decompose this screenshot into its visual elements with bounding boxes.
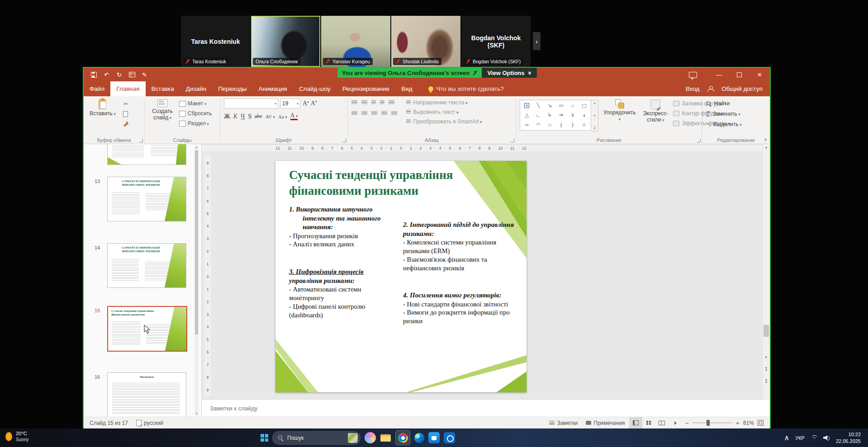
file-explorer-icon[interactable]: [380, 432, 391, 443]
shapes-gallery[interactable]: A╲↘▭○▢△∟↳⇒⇓◖∾◠∩{}☆: [520, 100, 591, 131]
participant-tile[interactable]: Taras Kosteniuk Taras Kosteniuk: [181, 16, 250, 67]
save-button[interactable]: [88, 70, 100, 80]
fit-slide-button[interactable]: [754, 417, 767, 428]
minimize-button[interactable]: —: [709, 68, 729, 81]
align-left-button[interactable]: [351, 111, 357, 116]
underline-button[interactable]: Ч: [241, 113, 245, 120]
tab-design[interactable]: Дизайн: [180, 81, 212, 96]
font-size-combo[interactable]: 19▾: [280, 99, 300, 108]
start-slideshow-button[interactable]: [126, 70, 138, 80]
shapes-gallery-scroll[interactable]: ▴▾▾: [591, 100, 598, 132]
wifi-icon[interactable]: [811, 435, 817, 440]
text-shadow-button[interactable]: S: [248, 113, 251, 120]
slide-title[interactable]: Сучасні тенденції управління фінансовими…: [289, 167, 470, 199]
align-text-button[interactable]: Выровнять текст: [406, 109, 482, 115]
zoom-slider[interactable]: [693, 423, 732, 423]
next-participants-button[interactable]: [533, 32, 541, 50]
section-button[interactable]: Раздел: [179, 120, 212, 127]
tell-me-box[interactable]: Что вы хотите сделать?: [428, 81, 504, 96]
drawing-dialog-launcher[interactable]: [697, 139, 701, 142]
columns-button[interactable]: [391, 111, 397, 116]
zoom-slider-thumb[interactable]: [707, 420, 710, 426]
zoom-level[interactable]: 61%: [743, 420, 754, 426]
customize-qat-button[interactable]: ✎: [139, 70, 150, 80]
slide-thumbnail-16[interactable]: Висновки: [107, 372, 186, 417]
tab-review[interactable]: Рецензирование: [337, 81, 395, 96]
slide-text-block-1[interactable]: 1. Використання штучного інтелекту та ма…: [289, 205, 392, 249]
slide-text-block-2[interactable]: 2. Інтегрований підхід до управління риз…: [403, 221, 521, 272]
shrink-font-button[interactable]: А▾: [311, 100, 317, 107]
layout-button[interactable]: Макет: [179, 100, 212, 107]
close-button[interactable]: ✕: [749, 68, 770, 81]
zoom-out-button[interactable]: −: [685, 419, 689, 427]
tab-insert[interactable]: Вставка: [146, 81, 180, 96]
cut-button[interactable]: ✂: [121, 100, 131, 108]
strikethrough-button[interactable]: abc: [255, 113, 262, 120]
edge-icon[interactable]: [414, 433, 424, 443]
participant-tile-active-speaker[interactable]: Ольга Слободянюк: [251, 16, 320, 67]
copy-button[interactable]: [121, 110, 131, 118]
grow-font-button[interactable]: А▴: [303, 100, 309, 107]
font-dialog-launcher[interactable]: [342, 139, 346, 142]
start-button[interactable]: [261, 434, 268, 442]
decrease-indent-button[interactable]: [371, 100, 376, 105]
notes-pane[interactable]: Заметки к слайду: [202, 399, 770, 417]
smartart-button[interactable]: Преобразовать в SmartArt: [406, 118, 482, 125]
align-right-button[interactable]: [371, 111, 377, 116]
store-icon[interactable]: [428, 432, 440, 443]
paragraph-dialog-launcher[interactable]: [511, 139, 514, 142]
find-button[interactable]: Найти: [706, 100, 741, 107]
format-painter-button[interactable]: [121, 120, 131, 128]
justify-button[interactable]: [381, 111, 387, 116]
thumbnail-scrollbar[interactable]: ▲ ▼: [194, 145, 199, 416]
tab-home[interactable]: Главная: [110, 81, 145, 96]
clock[interactable]: 10:22 22.05.2025: [836, 431, 861, 444]
font-color-button[interactable]: А: [290, 113, 298, 120]
slide-text-block-4[interactable]: 4. Посилення вимог регуляторів: - Нові с…: [403, 291, 522, 325]
slide[interactable]: Сучасні тенденції управління фінансовими…: [275, 161, 526, 392]
numbering-button[interactable]: [361, 100, 367, 105]
bold-button[interactable]: Ж: [224, 113, 230, 120]
thumbnail-scrollbar-thumb[interactable]: [195, 151, 198, 334]
participant-tile[interactable]: Bogdan Volchok (SKF) Bogdan Volchok (SKF…: [461, 16, 531, 67]
share-button[interactable]: Общий доступ: [721, 85, 763, 92]
tab-animations[interactable]: Анимация: [253, 81, 293, 96]
align-center-button[interactable]: [361, 111, 367, 116]
search-box[interactable]: Пошук: [272, 431, 360, 445]
weather-widget[interactable]: 20°C Sunny: [5, 431, 28, 442]
next-slide-button[interactable]: ▼▼: [763, 379, 770, 384]
tab-slideshow[interactable]: Слайд-шоу: [293, 81, 337, 96]
replace-button[interactable]: abacЗаменить: [706, 110, 741, 118]
speaker-icon[interactable]: [823, 435, 830, 441]
clipboard-dialog-launcher[interactable]: [139, 139, 143, 142]
quick-styles-button[interactable]: Экспресс-стили: [640, 99, 670, 136]
select-button[interactable]: ↖Выделить: [706, 121, 741, 127]
slide-sorter-view-button[interactable]: [642, 417, 655, 428]
chrome-active-app[interactable]: [395, 430, 410, 445]
arrange-button[interactable]: Упорядочить: [601, 99, 638, 136]
change-case-button[interactable]: Aa: [278, 114, 287, 119]
view-options-button[interactable]: View Options: [482, 68, 537, 78]
outlook-icon[interactable]: [444, 432, 455, 443]
bullets-button[interactable]: [351, 100, 357, 105]
slideshow-view-button[interactable]: [669, 417, 682, 428]
slide-thumbnail-12-partial[interactable]: [107, 144, 186, 165]
character-spacing-button[interactable]: AV: [266, 114, 275, 119]
participant-tile[interactable]: Yaroslav Kurageu: [321, 16, 390, 67]
previous-slide-button[interactable]: ▲▲: [763, 367, 770, 371]
reset-button[interactable]: Сбросить: [179, 110, 212, 117]
participant-tile[interactable]: Shostak Liudmila: [391, 16, 460, 67]
paste-button[interactable]: Вставить: [87, 99, 118, 136]
italic-button[interactable]: К: [233, 113, 237, 120]
copilot-icon[interactable]: [365, 432, 376, 443]
font-name-combo[interactable]: ▾: [224, 99, 278, 108]
tab-transitions[interactable]: Переходы: [212, 81, 252, 96]
slide-thumbnail-14[interactable]: СТРАТЕГІЇ МІНІМІЗАЦІЇ ФІНАНСОВИХ РИЗИКІВ: [107, 243, 186, 288]
main-scrollbar-thumb[interactable]: [764, 325, 769, 337]
main-scrollbar[interactable]: ▲ ▼ ▲▲ ▼▼: [762, 144, 770, 399]
zoom-in-button[interactable]: +: [736, 419, 740, 427]
language-indicator[interactable]: УКР: [795, 435, 805, 441]
new-slide-button[interactable]: Создать слайд: [148, 99, 176, 136]
undo-button[interactable]: ↶: [101, 70, 112, 80]
increase-indent-button[interactable]: [380, 100, 384, 105]
